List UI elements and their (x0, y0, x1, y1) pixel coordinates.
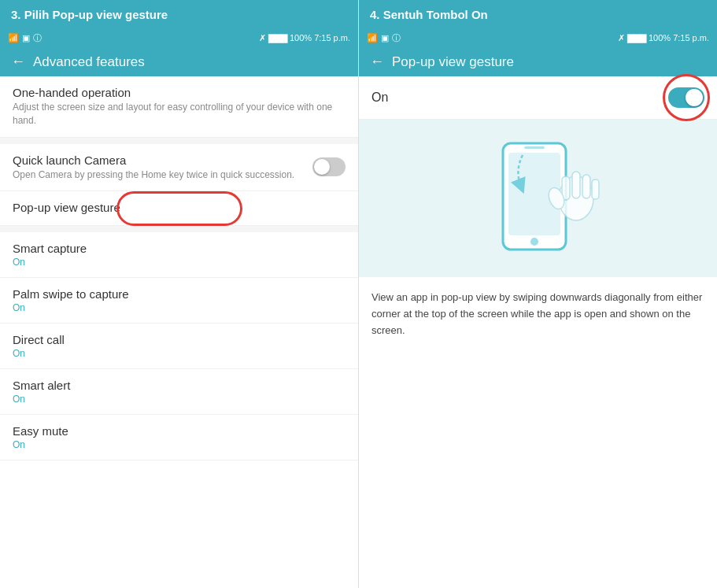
left-nav-bar: ← Advanced features (0, 47, 358, 76)
item-text: Quick launch Camera Open Camera by press… (13, 153, 312, 182)
left-phone-screen: 📶 ▣ ⓘ ✗ ▇▇▇ 100% 7:15 p.m. ← Advanced fe… (0, 29, 358, 588)
popup-view-gesture-item[interactable]: Pop-up view gesture (0, 191, 358, 226)
illustration-area (359, 120, 717, 277)
signal-icon: ▇▇▇ (268, 33, 287, 43)
info-icon: ⓘ (392, 32, 401, 44)
item-title: Smart capture (13, 242, 346, 255)
popup-settings-content: On (359, 76, 717, 588)
item-subtitle: Adjust the screen size and layout for ea… (13, 101, 346, 128)
item-status: On (13, 257, 346, 268)
list-item[interactable]: Palm swipe to capture On (0, 278, 358, 324)
toggle-switch[interactable] (312, 157, 346, 176)
list-item[interactable]: Smart alert On (0, 369, 358, 415)
left-status-icons: 📶 ▣ ⓘ (8, 32, 42, 44)
battery-text: 100% (649, 33, 671, 43)
toggle-on-switch[interactable] (668, 87, 704, 108)
time-text: 7:15 p.m. (314, 33, 350, 43)
on-label: On (371, 91, 388, 105)
signal-icon: ▇▇▇ (627, 33, 646, 43)
right-status-icons: 📶 ▣ ⓘ (367, 32, 401, 44)
divider (0, 226, 358, 232)
right-status-bar: 📶 ▣ ⓘ ✗ ▇▇▇ 100% 7:15 p.m. (359, 29, 717, 47)
left-panel: 3. Pilih Pop-up view gesture 📶 ▣ ⓘ ✗ ▇▇▇… (0, 0, 358, 588)
item-title: One-handed operation (13, 86, 346, 99)
left-status-right: ✗ ▇▇▇ 100% 7:15 p.m. (259, 33, 350, 43)
item-status: On (13, 348, 346, 359)
divider (0, 138, 358, 144)
description-text: View an app in pop-up view by swiping do… (359, 277, 717, 351)
svg-rect-3 (524, 146, 545, 149)
item-title: Quick launch Camera (13, 153, 305, 167)
item-title: Palm swipe to capture (13, 287, 346, 301)
svg-point-2 (530, 238, 538, 246)
wifi-icon: 📶 (8, 33, 19, 43)
image-icon: ▣ (381, 33, 389, 43)
svg-rect-8 (592, 179, 599, 199)
left-nav-title: Advanced features (33, 54, 145, 70)
gesture-illustration (460, 135, 617, 261)
item-status: On (13, 439, 346, 450)
right-panel-header: 4. Sentuh Tombol On (359, 0, 717, 29)
right-nav-title: Pop-up view gesture (392, 54, 514, 70)
image-icon: ▣ (22, 33, 30, 43)
item-title: Direct call (13, 333, 346, 346)
time-text: 7:15 p.m. (673, 33, 709, 43)
left-status-bar: 📶 ▣ ⓘ ✗ ▇▇▇ 100% 7:15 p.m. (0, 29, 358, 47)
left-settings-list: One-handed operation Adjust the screen s… (0, 76, 358, 588)
wifi-icon: 📶 (367, 33, 378, 43)
svg-rect-6 (572, 172, 580, 198)
right-phone-screen: 📶 ▣ ⓘ ✗ ▇▇▇ 100% 7:15 p.m. ← Pop-up view… (359, 29, 717, 588)
toggle-row: Quick launch Camera Open Camera by press… (13, 153, 346, 182)
info-icon: ⓘ (33, 32, 42, 44)
item-title: Pop-up view gesture (13, 201, 346, 214)
list-item[interactable]: Quick launch Camera Open Camera by press… (0, 144, 358, 192)
bluetooth-icon: ✗ (259, 33, 266, 43)
item-subtitle: Open Camera by pressing the Home key twi… (13, 168, 305, 182)
toggle-on-wrapper (668, 87, 704, 108)
on-toggle-row: On (359, 76, 717, 120)
list-item[interactable]: Direct call On (0, 324, 358, 369)
bluetooth-icon: ✗ (618, 33, 625, 43)
right-status-right: ✗ ▇▇▇ 100% 7:15 p.m. (618, 33, 709, 43)
left-panel-header: 3. Pilih Pop-up view gesture (0, 0, 358, 29)
list-item[interactable]: Smart capture On (0, 232, 358, 278)
right-panel: 4. Sentuh Tombol On 📶 ▣ ⓘ ✗ ▇▇▇ 100% 7:1… (358, 0, 717, 588)
battery-text: 100% (290, 33, 312, 43)
list-item[interactable]: One-handed operation Adjust the screen s… (0, 76, 358, 138)
left-back-button[interactable]: ← (11, 54, 25, 70)
item-title: Smart alert (13, 379, 346, 392)
list-item[interactable]: Easy mute On (0, 415, 358, 460)
svg-rect-7 (582, 175, 590, 198)
item-status: On (13, 302, 346, 313)
right-nav-bar: ← Pop-up view gesture (359, 47, 717, 76)
right-back-button[interactable]: ← (370, 54, 384, 70)
item-status: On (13, 394, 346, 405)
item-title: Easy mute (13, 424, 346, 438)
